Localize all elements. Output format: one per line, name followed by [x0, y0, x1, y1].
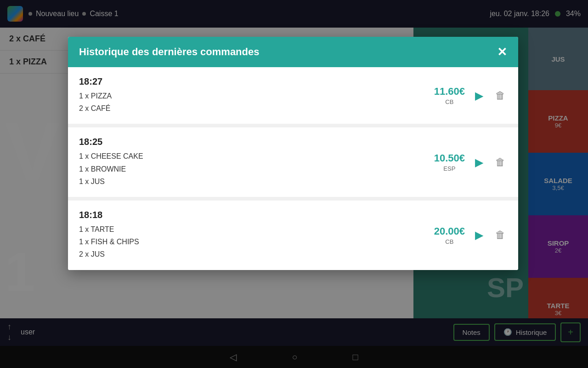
order-total-2: 10.50€ — [434, 152, 465, 164]
order-time-2: 18:25 — [79, 137, 434, 147]
order-delete-button-1[interactable]: 🗑 — [493, 88, 507, 104]
order-payment-1: CB — [434, 98, 465, 105]
order-payment-2: ESP — [434, 165, 465, 172]
order-lines-3: 1 x TARTE 1 x FISH & CHIPS 2 x JUS — [79, 223, 434, 261]
order-delete-button-3[interactable]: 🗑 — [493, 227, 507, 243]
modal-header: Historique des dernières commandes ✕ — [68, 37, 518, 67]
order-right-1: 11.60€ CB ▶ 🗑 — [434, 86, 507, 105]
order-lines-2: 1 x CHEESE CAKE 1 x BROWNIE 1 x JUS — [79, 150, 434, 188]
order-info-2: 18:25 1 x CHEESE CAKE 1 x BROWNIE 1 x JU… — [79, 137, 434, 188]
order-total-block-2: 10.50€ ESP — [434, 152, 465, 172]
order-time-1: 18:27 — [79, 76, 434, 87]
order-lines-1: 1 x PIZZA 2 x CAFÉ — [79, 90, 434, 115]
order-total-block-3: 20.00€ CB — [434, 225, 465, 245]
order-info-1: 18:27 1 x PIZZA 2 x CAFÉ — [79, 76, 434, 115]
order-item-1: 18:27 1 x PIZZA 2 x CAFÉ 11.60€ CB ▶ 🗑 — [68, 67, 518, 127]
order-item-2: 18:25 1 x CHEESE CAKE 1 x BROWNIE 1 x JU… — [68, 127, 518, 201]
modal-close-button[interactable]: ✕ — [497, 46, 507, 58]
order-info-3: 18:18 1 x TARTE 1 x FISH & CHIPS 2 x JUS — [79, 210, 434, 261]
order-delete-button-2[interactable]: 🗑 — [493, 155, 507, 170]
order-right-3: 20.00€ CB ▶ 🗑 — [434, 225, 507, 245]
order-send-button-1[interactable]: ▶ — [473, 87, 485, 104]
order-send-button-3[interactable]: ▶ — [473, 227, 485, 243]
modal-title: Historique des dernières commandes — [79, 46, 259, 58]
modal-body: 18:27 1 x PIZZA 2 x CAFÉ 11.60€ CB ▶ 🗑 1… — [68, 67, 518, 270]
order-send-button-2[interactable]: ▶ — [473, 154, 485, 171]
order-time-3: 18:18 — [79, 210, 434, 220]
order-total-1: 11.60€ — [434, 86, 465, 98]
order-right-2: 10.50€ ESP ▶ 🗑 — [434, 152, 507, 172]
order-item-3: 18:18 1 x TARTE 1 x FISH & CHIPS 2 x JUS… — [68, 201, 518, 270]
order-total-3: 20.00€ — [434, 225, 465, 237]
order-payment-3: CB — [434, 238, 465, 245]
history-modal: Historique des dernières commandes ✕ 18:… — [68, 37, 518, 270]
order-total-block-1: 11.60€ CB — [434, 86, 465, 105]
